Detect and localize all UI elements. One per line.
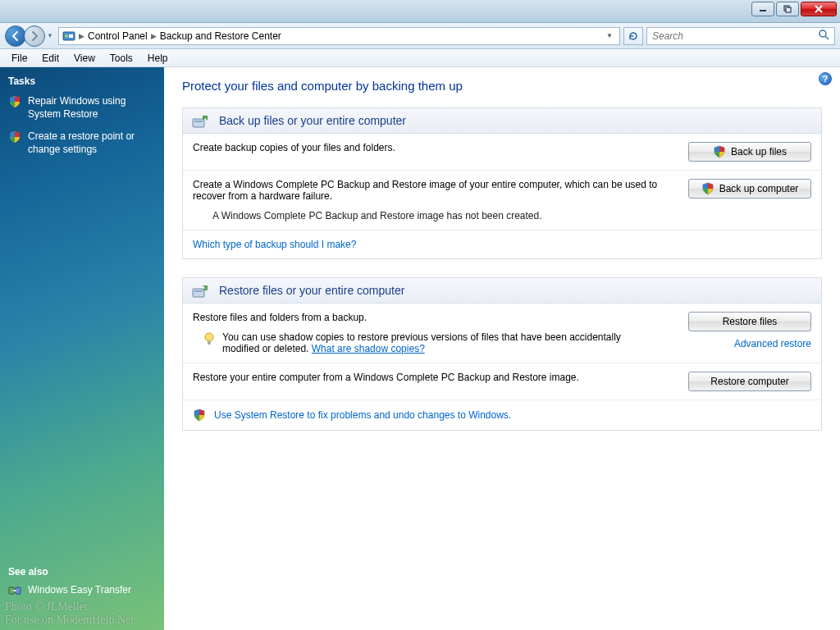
breadcrumb-current[interactable]: Backup and Restore Center bbox=[160, 30, 281, 42]
menu-bar: File Edit View Tools Help bbox=[0, 49, 840, 67]
tasks-sidebar: Tasks Repair Windows using System Restor… bbox=[0, 67, 164, 630]
address-row: ▼ ▶ Control Panel ▶ Backup and Restore C… bbox=[0, 23, 840, 49]
tasks-heading: Tasks bbox=[8, 75, 156, 87]
shield-icon bbox=[8, 95, 21, 108]
restore-computer-text: Restore your entire computer from a Wind… bbox=[193, 372, 659, 391]
svg-line-9 bbox=[825, 36, 829, 39]
svg-point-6 bbox=[65, 34, 68, 38]
button-label: Back up files bbox=[731, 146, 787, 158]
button-label: Restore files bbox=[723, 316, 778, 327]
backup-computer-text: Create a Windows Complete PC Backup and … bbox=[193, 179, 659, 202]
backup-icon bbox=[191, 112, 211, 129]
menu-edit[interactable]: Edit bbox=[35, 51, 66, 66]
shield-icon bbox=[713, 145, 726, 158]
search-input[interactable] bbox=[652, 30, 818, 42]
window-controls bbox=[751, 2, 837, 16]
restore-panel-title: Restore files or your entire computer bbox=[219, 284, 404, 297]
search-bar[interactable] bbox=[646, 27, 835, 45]
help-icon[interactable]: ? bbox=[819, 72, 832, 85]
restore-panel: Restore files or your entire computer Re… bbox=[182, 277, 822, 431]
task-label: Create a restore point or change setting… bbox=[28, 130, 156, 156]
restore-icon bbox=[191, 282, 211, 299]
nav-buttons: ▼ bbox=[5, 25, 55, 47]
backup-computer-row: Create a Windows Complete PC Backup and … bbox=[183, 171, 821, 231]
breadcrumb-control-panel[interactable]: Control Panel bbox=[88, 30, 148, 42]
task-repair-windows[interactable]: Repair Windows using System Restore bbox=[8, 95, 156, 121]
backup-panel-title: Back up files or your entire computer bbox=[219, 114, 406, 127]
minimize-button[interactable] bbox=[751, 2, 774, 16]
svg-rect-7 bbox=[69, 34, 73, 38]
shield-icon bbox=[193, 409, 206, 422]
page-title: Protect your files and computer by backi… bbox=[182, 79, 822, 93]
breadcrumb-sep-icon: ▶ bbox=[79, 32, 84, 40]
forward-button[interactable] bbox=[24, 25, 45, 47]
backup-computer-button[interactable]: Back up computer bbox=[688, 179, 811, 199]
restore-computer-row: Restore your entire computer from a Wind… bbox=[183, 363, 821, 400]
restore-files-button[interactable]: Restore files bbox=[688, 312, 811, 331]
svg-rect-12 bbox=[193, 119, 204, 127]
svg-point-16 bbox=[205, 333, 213, 341]
restore-panel-header: Restore files or your entire computer bbox=[183, 278, 821, 304]
address-dropdown-icon[interactable]: ▼ bbox=[603, 32, 616, 39]
lightbulb-icon bbox=[203, 331, 216, 348]
svg-rect-2 bbox=[786, 7, 791, 12]
maximize-button[interactable] bbox=[776, 2, 799, 16]
search-icon[interactable] bbox=[818, 29, 829, 43]
backup-files-row: Create backup copies of your files and f… bbox=[183, 134, 821, 171]
restore-computer-button[interactable]: Restore computer bbox=[688, 372, 811, 391]
svg-rect-14 bbox=[193, 289, 204, 297]
system-restore-link[interactable]: Use System Restore to fix problems and u… bbox=[214, 409, 511, 421]
menu-file[interactable]: File bbox=[5, 51, 34, 66]
task-label: Repair Windows using System Restore bbox=[28, 95, 156, 121]
button-label: Back up computer bbox=[719, 183, 799, 194]
transfer-icon bbox=[8, 584, 21, 597]
address-bar[interactable]: ▶ Control Panel ▶ Backup and Restore Cen… bbox=[58, 27, 620, 45]
restore-files-text: Restore files and folders from a backup. bbox=[193, 312, 659, 323]
window-titlebar bbox=[0, 0, 840, 23]
backup-panel-header: Back up files or your entire computer bbox=[183, 108, 821, 134]
backup-help-link[interactable]: Which type of backup should I make? bbox=[183, 231, 821, 258]
backup-computer-note: A Windows Complete PC Backup and Restore… bbox=[212, 210, 659, 221]
nav-history-dropdown[interactable]: ▼ bbox=[47, 32, 55, 39]
svg-rect-15 bbox=[194, 290, 203, 292]
system-restore-row: Use System Restore to fix problems and u… bbox=[183, 400, 821, 430]
content-pane: ? Protect your files and computer by bac… bbox=[164, 67, 840, 630]
button-label: Restore computer bbox=[710, 376, 788, 387]
task-create-restore-point[interactable]: Create a restore point or change setting… bbox=[8, 130, 156, 156]
backup-files-text: Create backup copies of your files and f… bbox=[193, 142, 659, 162]
menu-tools[interactable]: Tools bbox=[103, 51, 139, 66]
see-also-label: Windows Easy Transfer bbox=[28, 584, 131, 597]
menu-help[interactable]: Help bbox=[141, 51, 175, 66]
see-also-easy-transfer[interactable]: Windows Easy Transfer bbox=[8, 584, 156, 597]
menu-view[interactable]: View bbox=[67, 51, 102, 66]
svg-rect-13 bbox=[194, 121, 203, 122]
backup-files-button[interactable]: Back up files bbox=[688, 142, 811, 162]
svg-rect-17 bbox=[208, 341, 211, 345]
shadow-copies-tip: You can use shadow copies to restore pre… bbox=[222, 331, 659, 354]
shield-icon bbox=[8, 130, 21, 144]
breadcrumb-sep-icon: ▶ bbox=[151, 32, 157, 40]
shield-icon bbox=[701, 182, 714, 195]
see-also-heading: See also bbox=[8, 566, 156, 578]
shadow-copies-link[interactable]: What are shadow copies? bbox=[312, 343, 425, 354]
refresh-button[interactable] bbox=[623, 27, 643, 45]
close-button[interactable] bbox=[801, 2, 837, 16]
restore-files-row: Restore files and folders from a backup.… bbox=[183, 304, 821, 363]
backup-panel: Back up files or your entire computer Cr… bbox=[182, 107, 822, 259]
advanced-restore-link[interactable]: Advanced restore bbox=[734, 338, 811, 349]
control-panel-icon bbox=[62, 30, 75, 43]
svg-point-8 bbox=[819, 30, 826, 37]
